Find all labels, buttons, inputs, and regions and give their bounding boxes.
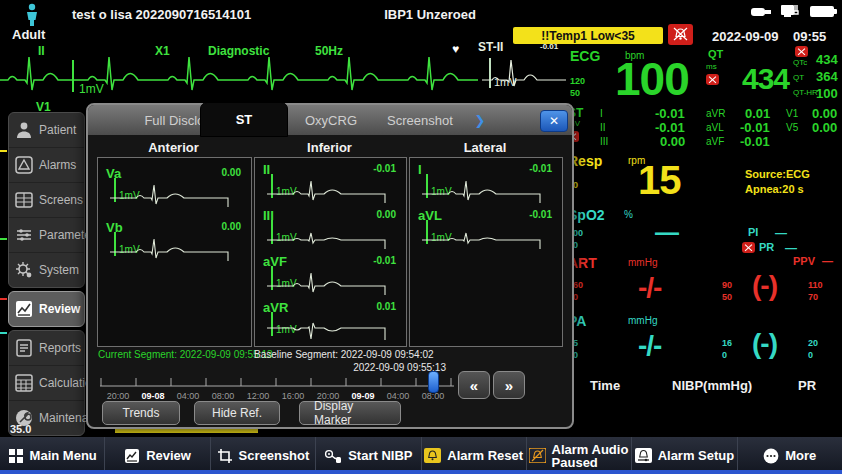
ecg-wave-sliver xyxy=(0,238,7,240)
alarm-reset-button[interactable]: Alarm Reset xyxy=(421,437,526,474)
qthr-label: QT-HR xyxy=(793,88,818,97)
sidebar-item-alarms[interactable]: Alarms xyxy=(9,148,84,183)
spo2-unit: % xyxy=(624,209,633,220)
dialog-close-button[interactable]: ✕ xyxy=(540,110,568,132)
st-value-avf: -0.01 xyxy=(740,134,770,149)
lead-waveform-iii xyxy=(263,218,399,254)
timeline-slider[interactable] xyxy=(100,376,454,388)
pr-value: — xyxy=(785,241,797,255)
lead-waveform-ii xyxy=(263,172,399,208)
tab-st-label: ST xyxy=(236,112,253,127)
tab-screenshot[interactable]: Screenshot xyxy=(374,105,466,135)
more-icon xyxy=(763,448,779,464)
main-menu-icon xyxy=(8,448,24,464)
main-menu-button[interactable]: Main Menu xyxy=(0,437,104,474)
st-value-i: -0.01 xyxy=(655,106,685,121)
lead-waveform-avf xyxy=(263,264,399,300)
st-lead-avr: aVR xyxy=(706,108,725,119)
tab-oxycrg[interactable]: OxyCRG xyxy=(288,105,374,135)
pr-alarm-off-icon xyxy=(742,242,755,253)
tab-st[interactable]: ST xyxy=(200,102,288,137)
pa-wave-sliver xyxy=(0,332,7,334)
lead-waveform-vb xyxy=(106,230,242,266)
qtc-label: QTc xyxy=(793,58,807,67)
main-menu-label: Main Menu xyxy=(30,449,97,462)
date-display: 2022-09-09 xyxy=(712,29,779,44)
alarm-audio-paused-button[interactable]: Alarm Audio Paused xyxy=(526,437,631,474)
resp-source: Source:ECG xyxy=(745,168,810,180)
st-value-v1: 0.00 xyxy=(812,106,837,121)
hide-ref-button-label: Hide Ref. xyxy=(212,406,262,420)
display-marker-button-label: Display Marker xyxy=(314,399,386,427)
qthr-value: 100 xyxy=(816,86,838,101)
page-next-button[interactable]: » xyxy=(493,371,525,399)
section-title-lateral: Lateral xyxy=(409,140,561,155)
alarm-setup-icon xyxy=(635,448,652,463)
lead-row-avr: aVR 0.01 1mV xyxy=(259,298,402,344)
tab-scroll-arrow-icon[interactable]: ❯ xyxy=(468,105,492,135)
art-dia-lo: 50 xyxy=(722,292,732,303)
ecg-scale-bar xyxy=(72,60,74,92)
alarm-audio-off-icon[interactable] xyxy=(668,24,693,45)
sidebar-item-parameters[interactable]: Parameters xyxy=(9,218,84,253)
alarm-setup-button[interactable]: Alarm Setup xyxy=(631,437,736,474)
timeline-tick: 08:00 xyxy=(415,391,451,401)
patient-type-icon[interactable] xyxy=(24,3,40,27)
ecg-lo-limit: 50 xyxy=(570,88,580,99)
lead-row-iii: III 0.00 1mV xyxy=(259,206,402,252)
art-map-lo: 70 xyxy=(808,292,818,303)
alarm-reset-label: Alarm Reset xyxy=(447,449,523,462)
slider-thumb[interactable] xyxy=(428,371,439,393)
screenshot-button[interactable]: Screenshot xyxy=(210,437,315,474)
physiological-alarm-message[interactable]: !!Temp1 Low<35 xyxy=(513,27,663,44)
sidebar-item-review[interactable]: Review xyxy=(8,291,85,327)
qt-value: 434 xyxy=(742,62,789,96)
art-value: -/- xyxy=(638,272,661,304)
ecg-notch-label: 50Hz xyxy=(315,44,343,58)
inferior-lead-panel: II -0.01 1mV III 0.00 1mV aVF -0.01 1mV xyxy=(254,157,407,347)
timeline-tick: 20:00 xyxy=(100,391,136,401)
prompt-message: IBP1 Unzeroed xyxy=(350,7,510,22)
trends-button[interactable]: Trends xyxy=(102,401,180,425)
hide-ref-button[interactable]: Hide Ref. xyxy=(194,401,280,425)
st-value-avr: 0.01 xyxy=(745,106,770,121)
ppv-value: — xyxy=(822,255,833,267)
sidebar-item-system[interactable]: System xyxy=(9,253,84,287)
more-button-label: More xyxy=(785,449,816,462)
screenshot-icon xyxy=(217,448,233,464)
sidebar-item-calculations[interactable]: Calculations xyxy=(9,366,84,401)
nibp-pr-header: PR xyxy=(798,378,816,393)
qt-title[interactable]: QT xyxy=(708,48,723,60)
patient-type-label[interactable]: Adult xyxy=(12,27,45,42)
ecg-lead-label: II xyxy=(38,44,45,58)
sidebar-label-system: System xyxy=(39,263,79,277)
page-prev-button[interactable]: « xyxy=(458,371,490,399)
review-button[interactable]: Review xyxy=(104,437,209,474)
more-button[interactable]: More xyxy=(737,437,842,474)
start-nibp-button[interactable]: Start NIBP xyxy=(315,437,420,474)
screenshot-button-label: Screenshot xyxy=(239,449,310,462)
nibp-header: NIBP(mmHg) xyxy=(672,378,752,393)
sidebar-item-reports[interactable]: Reports xyxy=(9,331,84,366)
patient-info[interactable]: test o lisa 2022090716514101 xyxy=(72,7,251,22)
close-icon: ✕ xyxy=(549,114,559,128)
trends-button-label: Trends xyxy=(123,406,160,420)
usb-icon xyxy=(750,6,772,18)
st-lead-avl: aVL xyxy=(706,122,724,133)
pa-map-value: (-) xyxy=(752,328,777,360)
art-unit: mmHg xyxy=(628,257,657,268)
ecg-hi-limit: 120 xyxy=(570,76,585,87)
ecg-panel-title[interactable]: ECG xyxy=(570,48,600,64)
display-marker-button[interactable]: Display Marker xyxy=(299,401,401,425)
sidebar-item-patient[interactable]: Patient xyxy=(9,113,84,148)
sidebar-item-screens[interactable]: Screens xyxy=(9,183,84,218)
art-map-value: (-) xyxy=(752,270,777,302)
battery-icon xyxy=(810,6,834,17)
sidebar-label-reports: Reports xyxy=(39,341,81,355)
lead-row-i: I -0.01 1mV xyxy=(414,160,558,206)
st-lead-avf: aVF xyxy=(706,136,724,147)
sidebar-label-review: Review xyxy=(39,302,80,316)
pa-map-hi: 20 xyxy=(808,338,818,349)
resp-apnea: Apnea:20 s xyxy=(745,183,804,195)
alarm-audio-paused-icon xyxy=(529,448,546,463)
